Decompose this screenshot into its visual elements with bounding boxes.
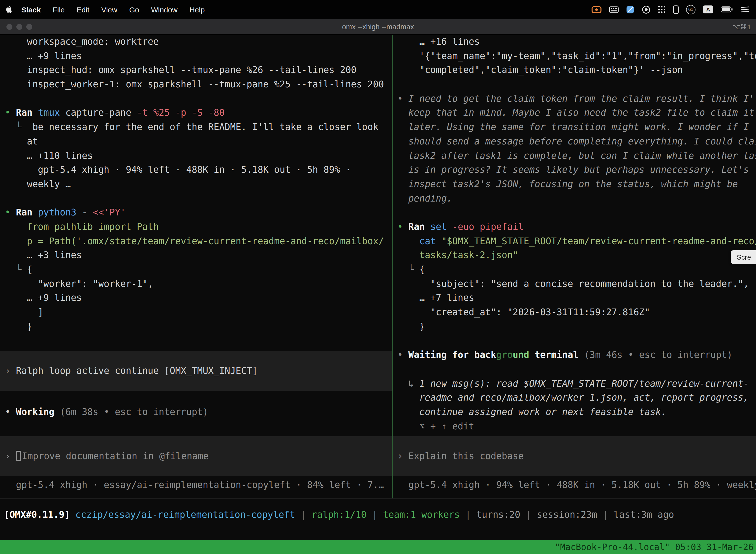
text-segment: › — [5, 365, 16, 376]
left-pane[interactable]: workspace_mode: worktree … +9 lines insp… — [0, 35, 392, 498]
terminal-line: "subject": "send a concise recommendatio… — [397, 277, 756, 291]
text-segment: • — [397, 221, 408, 232]
text-segment: '{"team_name":"my-team","task_id":"1","f… — [397, 50, 756, 61]
inject-notice-band[interactable]: › Ralph loop active continue [OMX_TMUX_I… — [0, 351, 392, 391]
terminal-line: … +16 lines — [397, 35, 756, 49]
menu-item-edit[interactable]: Edit — [77, 5, 89, 14]
text-segment: be necessary for the end of the README. … — [33, 122, 378, 132]
counter-badge[interactable]: 61 — [686, 5, 695, 14]
menu-item-help[interactable]: Help — [189, 5, 205, 14]
text-segment: gpt-5.4 xhigh · 94% left · 488K in · 5.1… — [5, 164, 351, 175]
text-segment: Improve documentation in @filename — [22, 451, 208, 461]
terminal-line: tasks/task-2.json" — [397, 248, 756, 263]
text-segment: team:1 workers — [383, 509, 460, 520]
text-segment: -euo pipefail — [452, 221, 524, 232]
text-segment: [OMX#0.11.9] — [4, 509, 75, 520]
terminal-line: • Ran set -euo pipefail — [397, 220, 756, 234]
terminal-line: later. Using the same for transition mig… — [397, 120, 756, 134]
window-titlebar[interactable]: omx --xhigh --madmax ⌥⌘1 — [0, 19, 756, 35]
text-segment: terminal — [529, 349, 579, 360]
text-segment: └ — [5, 264, 27, 275]
menu-bar-status-icons: 61 A — [591, 5, 751, 14]
terminal-line: weekly … — [5, 177, 392, 191]
text-segment: python3 — [38, 207, 76, 218]
screen-recording-indicator-icon[interactable] — [591, 6, 602, 13]
window-title: omx --xhigh --madmax — [0, 19, 756, 35]
text-segment: readme-and-reco/mailbox/worker-1.json, a… — [397, 392, 749, 403]
text-segment — [447, 221, 452, 232]
text-segment: … +110 lines — [5, 150, 93, 161]
text-segment: } — [5, 321, 33, 332]
text-segment — [579, 349, 584, 360]
terminal-line: readme-and-reco/mailbox/worker-1.json, a… — [397, 391, 756, 405]
terminal-line: gpt-5.4 xhigh · 94% left · 488K in · 5.1… — [5, 163, 392, 177]
terminal-line: … +7 lines — [397, 291, 756, 305]
blue-app-icon[interactable] — [626, 5, 634, 14]
text-segment: › — [397, 451, 408, 461]
terminal-line: task2 after task1 is complete, but can I… — [397, 149, 756, 163]
input-source-icon[interactable]: A — [703, 5, 713, 13]
text-segment: I need to get the claim token from the c… — [408, 93, 756, 104]
pane-divider[interactable] — [392, 35, 393, 498]
apple-menu-icon[interactable] — [5, 5, 12, 14]
pane-status-line: gpt-5.4 xhigh · essay/ai-reimplementatio… — [5, 478, 392, 492]
device-icon[interactable] — [673, 5, 679, 14]
terminal-line: └ { — [397, 263, 756, 277]
circle-app-icon[interactable] — [642, 5, 650, 14]
composer-suggestion-band[interactable]: › Explain this codebase — [393, 437, 756, 476]
text-segment: turns:20 — [476, 509, 520, 520]
menu-item-slack[interactable]: Slack — [21, 5, 41, 14]
screen-capture-tooltip[interactable]: Scre — [731, 250, 756, 264]
composer-input-band[interactable]: › Improve documentation in @filename — [0, 436, 392, 476]
prompt-line: › Improve documentation in @filename — [5, 449, 208, 463]
text-segment: from pathlib import Path — [5, 221, 159, 232]
text-segment: task2 after task1 is complete, but can I… — [397, 150, 756, 161]
menu-item-view[interactable]: View — [101, 5, 117, 14]
text-segment: › — [5, 451, 16, 461]
text-segment: pending. — [397, 193, 452, 203]
text-segment: | — [597, 509, 614, 520]
text-segment — [54, 406, 60, 417]
right-pane[interactable]: … +16 lines '{"team_name":"my-team","tas… — [393, 35, 756, 498]
lines-icon[interactable] — [741, 6, 749, 13]
terminal-line: inspect_hud: omx sparkshell --tmux-pane … — [5, 63, 392, 77]
text-segment: weekly … — [5, 179, 71, 189]
text-segment — [425, 221, 430, 232]
text-segment: | — [460, 509, 476, 520]
prompt-line: › Explain this codebase — [397, 449, 523, 463]
text-segment: • — [5, 207, 16, 218]
battery-icon[interactable] — [721, 6, 733, 12]
menu-item-file[interactable]: File — [53, 5, 64, 14]
text-segment: Ran — [408, 221, 425, 232]
text-segment: later. Using the same for transition mig… — [397, 122, 749, 132]
text-segment: session:23m — [537, 509, 597, 520]
text-segment: … +9 lines — [5, 293, 82, 303]
text-segment: -t %25 -p -S -80 — [137, 107, 225, 118]
tmux-status-bar: [omx-cczip0:bash* "MacBook-Pro-44.local"… — [0, 540, 756, 554]
terminal-line: … +9 lines — [5, 291, 392, 305]
keyboard-icon[interactable] — [609, 6, 619, 13]
terminal-line: is in progress? It seems likely but perh… — [397, 163, 756, 177]
menu-item-window[interactable]: Window — [151, 5, 178, 14]
text-segment: p = Path('.omx/state/team/review-current… — [5, 235, 384, 246]
text-segment: ralph:1/10 — [312, 509, 366, 520]
terminal-line: at — [5, 134, 392, 149]
terminal-line: ↳ 1 new msg(s): read $OMX_TEAM_STATE_ROO… — [397, 377, 756, 391]
text-segment: cat — [420, 235, 436, 246]
text-segment: (6m 38s • esc to interrupt) — [60, 406, 208, 417]
terminal-line: • Waiting for background terminal (3m 46… — [397, 348, 756, 362]
blank-line — [5, 334, 392, 348]
text-segment: (3m 46s • esc to interrupt) — [584, 349, 733, 360]
terminal-line: … +9 lines — [5, 49, 392, 63]
dots-grid-icon[interactable] — [658, 5, 666, 13]
text-segment: at — [5, 136, 38, 147]
text-segment: | — [520, 509, 537, 520]
terminal-line: • I need to get the claim token from the… — [397, 92, 756, 106]
blank-line — [397, 77, 756, 92]
blank-line — [397, 334, 756, 348]
text-segment — [33, 207, 38, 218]
menu-item-go[interactable]: Go — [129, 5, 139, 14]
text-segment: ] — [5, 307, 44, 317]
text-cursor — [16, 451, 21, 461]
text-segment: keep that in mind. Maybe I also need the… — [397, 107, 754, 118]
